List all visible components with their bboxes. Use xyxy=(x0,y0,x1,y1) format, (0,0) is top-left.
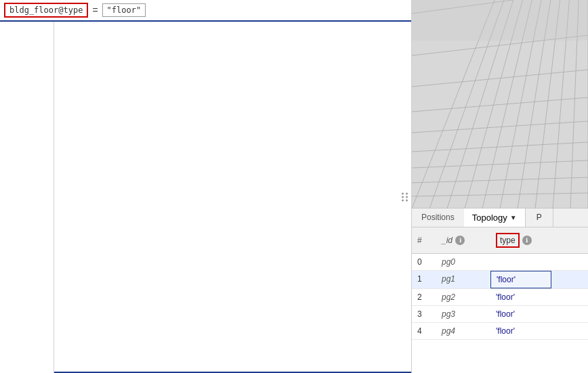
handle-dot xyxy=(406,196,408,198)
td-index: 4 xyxy=(412,323,436,339)
handle-dot xyxy=(406,199,408,201)
td-type: 'floor' xyxy=(490,271,551,288)
td-index: 1 xyxy=(412,271,436,288)
th-type-icon: ℹ xyxy=(522,236,532,245)
left-panel: bldg_floor@type = "floor" xyxy=(0,0,412,373)
tab-positions[interactable]: Positions xyxy=(412,209,464,227)
handle-dot xyxy=(406,192,408,194)
th-index: # xyxy=(412,230,436,250)
td-index: 3 xyxy=(412,306,436,322)
filter-bar: bldg_floor@type = "floor" xyxy=(0,0,411,22)
grid-3d-canvas xyxy=(412,0,588,209)
td-id: pg0 xyxy=(436,254,490,270)
topology-tab-arrow: ▼ xyxy=(510,214,517,221)
table-row[interactable]: 2pg2'floor' xyxy=(412,289,588,306)
left-content xyxy=(0,22,411,373)
handle-dot xyxy=(402,199,404,201)
td-type xyxy=(490,254,551,270)
td-type: 'floor' xyxy=(490,306,551,322)
tab-extra[interactable]: P xyxy=(526,209,553,227)
table-row[interactable]: 1pg1'floor' xyxy=(412,271,588,289)
filter-field[interactable]: bldg_floor@type xyxy=(4,3,88,18)
tab-topology[interactable]: Topology ▼ xyxy=(464,209,526,227)
td-id: pg4 xyxy=(436,323,490,339)
topology-tab-label: Topology xyxy=(472,213,507,223)
table-row[interactable]: 0pg0 xyxy=(412,254,588,271)
td-type: 'floor' xyxy=(490,323,551,339)
td-id: pg2 xyxy=(436,289,490,305)
handle-dot xyxy=(402,196,404,198)
3d-grid-visual xyxy=(412,0,588,209)
svg-rect-22 xyxy=(412,0,588,41)
td-id: pg1 xyxy=(436,271,490,288)
td-id: pg3 xyxy=(436,306,490,322)
table-row[interactable]: 3pg3'floor' xyxy=(412,306,588,323)
resize-handle[interactable] xyxy=(402,192,408,201)
filter-operator: = xyxy=(92,5,98,16)
main-container: bldg_floor@type = "floor" xyxy=(0,0,588,373)
td-type: 'floor' xyxy=(490,289,551,305)
table-header: # _id ℹ type ℹ xyxy=(412,227,588,254)
th-id: _id ℹ xyxy=(436,230,490,250)
data-table-container: Positions Topology ▼ P # _id ℹ type ℹ xyxy=(412,209,588,373)
th-type[interactable]: type ℹ xyxy=(490,230,551,250)
td-index: 0 xyxy=(412,254,436,270)
table-body: 0pg01pg1'floor'2pg2'floor'3pg3'floor'4pg… xyxy=(412,254,588,373)
th-id-icon: ℹ xyxy=(455,236,465,245)
table-row[interactable]: 4pg4'floor' xyxy=(412,323,588,340)
filter-value[interactable]: "floor" xyxy=(102,3,146,17)
row-numbers-panel xyxy=(0,22,54,373)
right-panel: Positions Topology ▼ P # _id ℹ type ℹ xyxy=(412,0,588,373)
main-canvas xyxy=(54,22,411,373)
handle-dot xyxy=(402,192,404,194)
table-tabs: Positions Topology ▼ P xyxy=(412,209,588,227)
td-index: 2 xyxy=(412,289,436,305)
